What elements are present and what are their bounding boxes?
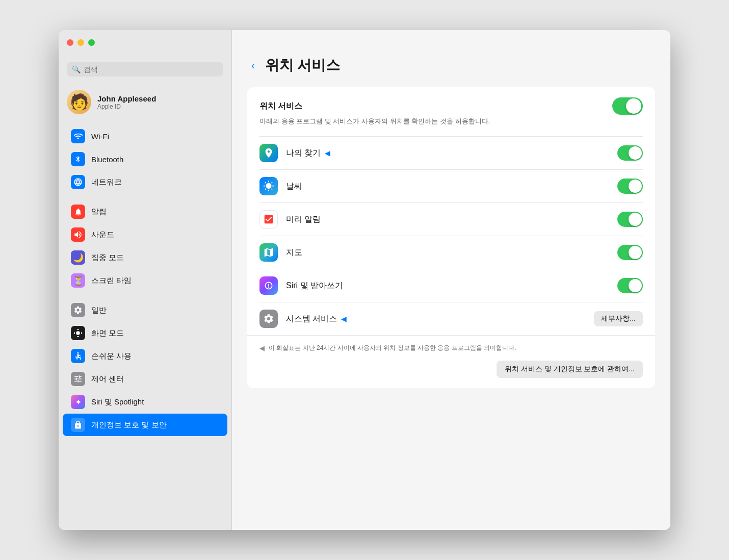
footer-arrow-icon: ◀	[259, 344, 265, 352]
notifications-icon	[71, 205, 85, 219]
siri-label: Siri 및 Spotlight	[91, 397, 144, 407]
minimize-button[interactable]	[77, 39, 84, 46]
siri-app-icon	[259, 276, 278, 295]
network-label: 네트워크	[91, 177, 122, 187]
display-label: 화면 모드	[91, 328, 124, 338]
reminders-name: 미리 알림	[286, 214, 609, 225]
titlebar	[59, 30, 103, 55]
maximize-button[interactable]	[88, 39, 95, 46]
reminders-row: 미리 알림	[247, 203, 655, 236]
focus-icon: 🌙	[71, 250, 85, 265]
findmy-name: 나의 찾기 ◀	[286, 148, 609, 159]
svg-point-1	[77, 352, 79, 354]
bluetooth-label: Bluetooth	[91, 155, 123, 164]
privacy-link-button[interactable]: 위치 서비스 및 개인정보 보호에 관하여...	[497, 361, 643, 378]
maps-icon	[259, 243, 278, 262]
sidebar-item-privacy[interactable]: 개인정보 보호 및 보안	[63, 414, 227, 436]
screentime-icon: ⏳	[71, 273, 85, 288]
search-bar[interactable]: 🔍	[67, 62, 223, 77]
main-content: ‹ 위치 서비스 위치 서비스 아래의 응용 프로그램 및 서비스가 사용자의 …	[232, 30, 670, 530]
findmy-location-arrow: ◀	[325, 149, 330, 157]
search-input[interactable]	[84, 65, 218, 73]
sidebar-item-screentime[interactable]: ⏳ 스크린 타임	[63, 269, 227, 292]
sound-label: 사운드	[91, 230, 114, 240]
findmy-icon	[259, 144, 278, 162]
user-profile[interactable]: 🧑 John Appleseed Apple ID	[59, 85, 231, 122]
svg-point-0	[76, 331, 80, 335]
wifi-icon	[71, 129, 85, 143]
accessibility-label: 손쉬운 사용	[91, 351, 132, 361]
page-title: 위치 서비스	[265, 56, 341, 75]
details-button[interactable]: 세부사항...	[594, 311, 643, 326]
bluetooth-icon	[71, 152, 85, 166]
sidebar-item-notifications[interactable]: 알림	[63, 200, 227, 223]
user-name: John Appleseed	[97, 94, 156, 103]
privacy-icon	[71, 418, 85, 432]
weather-toggle[interactable]	[617, 179, 643, 194]
siri-toggle[interactable]	[617, 278, 643, 293]
footer-note-text: 이 화살표는 지난 24시간 사이에 사용자의 위치 정보를 사용한 응용 프로…	[269, 344, 643, 352]
user-info: John Appleseed Apple ID	[97, 94, 156, 110]
sidebar-item-siri[interactable]: ✦ Siri 및 Spotlight	[63, 391, 227, 413]
sidebar-item-wifi[interactable]: Wi-Fi	[63, 125, 227, 147]
sidebar-item-accessibility[interactable]: 손쉬운 사용	[63, 345, 227, 367]
sidebar-item-focus[interactable]: 🌙 집중 모드	[63, 246, 227, 269]
findmy-row: 나의 찾기 ◀	[247, 137, 655, 169]
reminders-icon	[259, 210, 278, 228]
weather-icon	[259, 177, 278, 195]
control-icon	[71, 372, 85, 386]
accessibility-icon	[71, 349, 85, 363]
content-card: 위치 서비스 아래의 응용 프로그램 및 서비스가 사용자의 위치를 확인하는 …	[247, 87, 655, 388]
display-icon	[71, 326, 85, 340]
maps-name: 지도	[286, 247, 609, 258]
weather-name: 날씨	[286, 181, 609, 192]
notifications-label: 알림	[91, 207, 107, 217]
sidebar: 🔍 🧑 John Appleseed Apple ID Wi-F	[59, 30, 232, 530]
sidebar-item-general[interactable]: 일반	[63, 299, 227, 321]
page-header: ‹ 위치 서비스	[247, 56, 655, 75]
system-name: 시스템 서비스 ◀	[286, 314, 586, 324]
location-services-title: 위치 서비스	[259, 101, 302, 112]
system-location-arrow: ◀	[341, 315, 347, 323]
weather-row: 날씨	[247, 170, 655, 202]
avatar: 🧑	[67, 90, 91, 114]
siri-row: Siri 및 받아쓰기	[247, 269, 655, 302]
screentime-label: 스크린 타임	[91, 276, 132, 286]
footer-note: ◀ 이 화살표는 지난 24시간 사이에 사용자의 위치 정보를 사용한 응용 …	[247, 335, 655, 361]
sidebar-item-control[interactable]: 제어 센터	[63, 368, 227, 390]
sidebar-item-sound[interactable]: 사운드	[63, 223, 227, 246]
location-services-row: 위치 서비스	[247, 87, 655, 115]
sidebar-item-bluetooth[interactable]: Bluetooth	[63, 148, 227, 170]
sidebar-item-network[interactable]: 네트워크	[63, 171, 227, 193]
focus-label: 집중 모드	[91, 253, 124, 263]
back-button[interactable]: ‹	[247, 58, 259, 73]
control-label: 제어 센터	[91, 374, 124, 384]
network-icon	[71, 175, 85, 189]
footer-link-row: 위치 서비스 및 개인정보 보호에 관하여...	[247, 361, 655, 388]
maps-row: 지도	[247, 236, 655, 269]
reminders-toggle[interactable]	[617, 212, 643, 227]
search-icon: 🔍	[72, 65, 81, 73]
siri-app-name: Siri 및 받아쓰기	[286, 281, 609, 291]
location-services-desc: 아래의 응용 프로그램 및 서비스가 사용자의 위치를 확인하는 것을 허용합니…	[247, 115, 655, 136]
sidebar-item-display[interactable]: 화면 모드	[63, 322, 227, 344]
user-subtitle: Apple ID	[97, 103, 156, 110]
sound-icon	[71, 227, 85, 242]
close-button[interactable]	[67, 39, 73, 46]
wifi-label: Wi-Fi	[91, 132, 109, 141]
privacy-label: 개인정보 보호 및 보안	[91, 420, 167, 430]
system-row: 시스템 서비스 ◀ 세부사항...	[247, 302, 655, 335]
general-label: 일반	[91, 306, 107, 315]
general-icon	[71, 303, 85, 317]
siri-icon: ✦	[71, 395, 85, 409]
location-services-toggle[interactable]	[612, 97, 643, 115]
system-icon	[259, 310, 278, 328]
maps-toggle[interactable]	[617, 245, 643, 260]
findmy-toggle[interactable]	[617, 145, 643, 161]
sidebar-nav: Wi-Fi Bluetooth 네트워크	[59, 122, 231, 530]
